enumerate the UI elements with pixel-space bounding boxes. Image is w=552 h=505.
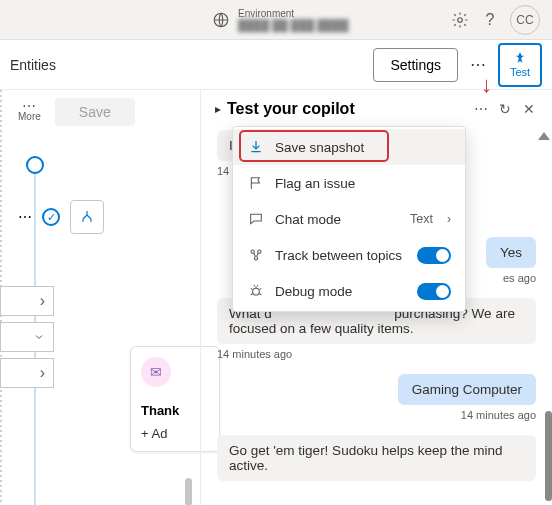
environment-label: Environment	[238, 8, 348, 19]
branch-button[interactable]	[70, 200, 104, 234]
collapse-chevron-icon[interactable]: ▸	[215, 102, 221, 116]
menu-value: Text	[410, 212, 433, 226]
chevron-right-icon: ›	[447, 212, 451, 226]
user-message: Yes	[486, 237, 536, 268]
test-button-label: Test	[510, 66, 530, 78]
node-overflow[interactable]: ⋯	[18, 209, 32, 225]
scrollbar[interactable]	[545, 411, 552, 501]
menu-label: Debug mode	[275, 284, 407, 299]
menu-save-snapshot[interactable]: Save snapshot	[233, 129, 465, 165]
svg-point-3	[258, 250, 261, 253]
help-icon[interactable]: ?	[480, 10, 500, 30]
timestamp: 14 minutes ago	[217, 348, 536, 360]
more-button[interactable]: ⋯ More	[18, 102, 41, 121]
option-row[interactable]: ›	[0, 286, 54, 316]
flag-icon	[247, 174, 265, 192]
toggle-debug-mode[interactable]	[417, 283, 451, 300]
menu-label: Track between topics	[275, 248, 407, 263]
command-bar: Entities Settings ⋯ Test	[0, 40, 552, 90]
card-title: Thank	[141, 403, 209, 418]
check-icon: ✓	[42, 208, 60, 226]
svg-point-2	[251, 250, 254, 253]
avatar-initials: CC	[516, 13, 533, 27]
pin-icon	[513, 51, 527, 65]
menu-track-topics[interactable]: Track between topics	[233, 237, 465, 273]
environment-name: ████ ██ ███ ████	[238, 19, 348, 31]
download-icon	[247, 138, 265, 156]
more-label: More	[18, 111, 41, 122]
panel-title: Test your copilot	[227, 100, 466, 118]
timestamp: 14 minutes ago	[217, 409, 536, 421]
svg-point-1	[458, 17, 463, 22]
svg-point-4	[254, 257, 257, 260]
authoring-canvas: ⋯ More Save ⋯ ✓ › › ✉ Thank	[0, 90, 200, 505]
bot-message: Go get 'em tiger! Sudoku helps keep the …	[217, 435, 536, 481]
environment-block[interactable]: Environment ████ ██ ███ ████	[238, 8, 348, 31]
panel-overflow[interactable]: ⋯	[472, 100, 490, 118]
chat-icon	[247, 210, 265, 228]
avatar[interactable]: CC	[510, 5, 540, 35]
top-bar: Environment ████ ██ ███ ████ ? CC	[0, 0, 552, 40]
option-row[interactable]: ›	[0, 358, 54, 388]
menu-label: Chat mode	[275, 212, 400, 227]
settings-button[interactable]: Settings	[373, 48, 458, 82]
test-button[interactable]: Test	[498, 43, 542, 87]
menu-label: Save snapshot	[275, 140, 451, 155]
menu-chat-mode[interactable]: Chat mode Text ›	[233, 201, 465, 237]
gear-icon[interactable]	[450, 10, 470, 30]
add-button[interactable]: + Ad	[141, 426, 209, 441]
overflow-menu: Save snapshot Flag an issue Chat mode Te…	[232, 126, 466, 312]
save-button: Save	[55, 98, 135, 126]
user-message: Gaming Computer	[398, 374, 536, 405]
svg-point-5	[253, 288, 260, 295]
menu-flag-issue[interactable]: Flag an issue	[233, 165, 465, 201]
overflow-button[interactable]: ⋯	[466, 55, 490, 74]
environment-icon	[212, 11, 230, 29]
menu-label: Flag an issue	[275, 176, 451, 191]
entities-label[interactable]: Entities	[10, 57, 56, 73]
toggle-track-topics[interactable]	[417, 247, 451, 264]
flow-node[interactable]	[26, 156, 44, 174]
scroll-up-icon[interactable]	[538, 132, 550, 140]
refresh-icon[interactable]: ↻	[496, 100, 514, 118]
bug-icon	[247, 282, 265, 300]
message-icon: ✉	[141, 357, 171, 387]
scrollbar[interactable]	[185, 478, 192, 505]
close-icon[interactable]: ✕	[520, 100, 538, 118]
menu-debug-mode[interactable]: Debug mode	[233, 273, 465, 309]
track-icon	[247, 246, 265, 264]
option-row[interactable]	[0, 322, 54, 352]
